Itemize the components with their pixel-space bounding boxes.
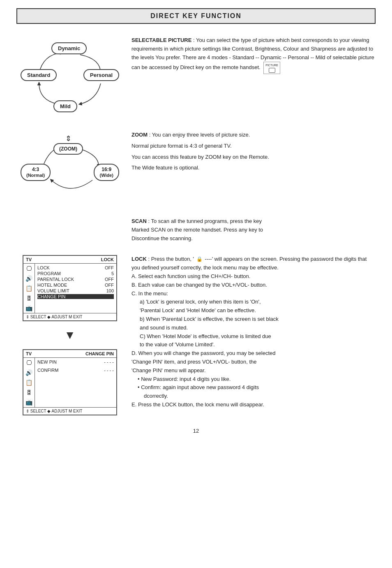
lock-menu-body: 🖵 🔊 📋 🎛 📺 LOCK OFF PROGRAM 5 xyxy=(23,264,116,313)
icon-program2: 📋 xyxy=(25,379,32,386)
icon-adjust: 🎛 xyxy=(26,295,32,301)
lock-menu-rows: LOCK OFF PROGRAM 5 PARENTAL LOCK OFF HOT… xyxy=(35,264,116,313)
node-dynamic: Dynamic xyxy=(51,42,87,54)
lock-point-D-bullet2b: dcorrectly. xyxy=(144,392,376,401)
selectable-picture-text: SELECTABLE PICTURE : You can select the … xyxy=(131,36,376,77)
down-arrow: ▼ xyxy=(64,329,76,342)
zoom-text: ZOOM : You can enjoy three levels of pic… xyxy=(131,131,376,175)
change-pin-header-right: CHANGE PIN xyxy=(85,351,114,356)
zoom-node-left: 4:3(Normal) xyxy=(21,164,51,181)
scan-line2: Marked SCAN on the remote handset. Press… xyxy=(131,226,376,234)
lock-point-Cc-title: C) When 'Hotel Mode' is effective, volum… xyxy=(140,332,376,341)
lock-point-D: D. When you will change the password, yo… xyxy=(131,349,376,358)
icon-volume: 🔊 xyxy=(25,275,32,282)
zoom-section: ⇕ (ZOOM) 4:3(Normal) 16:9(Wide) ZOOM : Y… xyxy=(16,131,376,205)
icon-program: 📋 xyxy=(25,285,32,292)
scan-heading: SCAN xyxy=(131,218,147,224)
pin-row-new-value: - - - - xyxy=(104,359,114,364)
lock-section: TV LOCK 🖵 🔊 📋 🎛 📺 LOCK OFF xyxy=(16,255,376,415)
lock-menu-header-left: TV xyxy=(26,257,32,262)
lock-menu-box: TV LOCK 🖵 🔊 📋 🎛 📺 LOCK OFF xyxy=(23,255,117,321)
scan-line3: Discontinue the scanning. xyxy=(131,234,376,243)
change-pin-menu-icons: 🖵 🔊 📋 🎛 📺 xyxy=(23,358,35,407)
lock-footer-text: ⇕ SELECT ◆ ADJUST M EXIT xyxy=(26,315,82,319)
lock-row-program: PROGRAM 5 xyxy=(37,271,114,276)
lock-icon-inline: 🔒 xyxy=(196,255,203,263)
lock-desc-intro: : Press the button, ' xyxy=(148,256,194,262)
lock-row-lock-label: LOCK xyxy=(37,265,50,270)
selectable-picture-colon: : xyxy=(191,37,196,43)
zoom-node-top: ⇕ (ZOOM) xyxy=(53,134,83,155)
lock-row-volume: VOLUME LIMIT 100 xyxy=(37,288,114,293)
lock-point-D1: 'Change PIN' item, and press VOL+/VOL- b… xyxy=(131,358,376,366)
change-pin-footer: ⇕ SELECT ◆ ADJUST M EXIT xyxy=(23,407,116,415)
scan-line1: To scan all the tunned programs, press t… xyxy=(151,218,262,224)
page-header: DIRECT KEY FUNCTION xyxy=(16,8,376,24)
lock-point-D2: 'Change PIN' menu will appear. xyxy=(131,366,376,375)
lock-row-hotel: HOTEL MODE OFF xyxy=(37,283,114,287)
page-number: 12 xyxy=(16,428,376,434)
picture-cycle-diagram: Dynamic Personal Mild Standard xyxy=(21,36,119,118)
icon-display: 📺 xyxy=(25,305,32,311)
lock-menu-header-right: LOCK xyxy=(101,257,114,262)
zoom-line1: You can enjoy three levels of picture si… xyxy=(152,132,250,138)
node-mild: Mild xyxy=(53,100,77,112)
pin-row-new: NEW PIN - - - - xyxy=(37,359,114,364)
lock-menu-icons: 🖵 🔊 📋 🎛 📺 xyxy=(23,264,35,313)
icon-volume2: 🔊 xyxy=(25,369,32,376)
lock-point-Cb-detail: and sound is muted. xyxy=(140,324,376,332)
zoom-node-right: 16:9(Wide) xyxy=(94,164,119,181)
lock-menu-header: TV LOCK xyxy=(23,256,116,264)
pin-row-confirm-value: - - - - xyxy=(104,368,114,373)
pin-row-confirm-label: CONFIRM xyxy=(37,368,58,373)
lock-point-Ca-detail: 'Parental Lock' and 'Hotel Mode' can be … xyxy=(140,306,376,315)
down-arrow-icon: ▼ xyxy=(64,329,76,342)
lock-point-Cb-title: b) When 'Parental Lock' is effective, th… xyxy=(140,315,376,324)
change-pin-footer-text: ⇕ SELECT ◆ ADJUST M EXIT xyxy=(26,409,82,413)
icon-tv: 🖵 xyxy=(26,265,32,272)
lock-row-hotel-value: OFF xyxy=(105,283,114,287)
scan-section: SCAN : To scan all the tunned programs, … xyxy=(16,217,376,243)
zoom-label: (ZOOM) xyxy=(53,143,83,155)
lock-point-Cc-detail: to the value of 'Volume Limited'. xyxy=(140,341,376,349)
lock-heading: LOCK xyxy=(131,256,147,262)
lock-row-parental-value: OFF xyxy=(105,277,114,282)
pin-row-confirm: CONFIRM - - - - xyxy=(37,368,114,373)
zoom-colon: : xyxy=(149,132,152,138)
lock-menus: TV LOCK 🖵 🔊 📋 🎛 📺 LOCK OFF xyxy=(16,255,123,415)
lock-row-changepin: CHANGE PIN xyxy=(37,294,114,299)
lock-point-E: E. Press the LOCK button, the lock menu … xyxy=(131,401,376,409)
lock-row-hotel-label: HOTEL MODE xyxy=(37,283,67,287)
lock-point-A: A. Select each function using the CH+/CH… xyxy=(131,272,376,281)
lock-row-program-value: 5 xyxy=(111,271,114,276)
lock-point-B: B. Each value can be changed by the VOL+… xyxy=(131,281,376,290)
zoom-line3: You can access this feature by ZOOM key … xyxy=(131,153,376,162)
picture-icon-label: PICTURE xyxy=(265,63,278,67)
zoom-label-right: 16:9(Wide) xyxy=(99,167,113,178)
zoom-line4: The Wide feature is optional. xyxy=(131,164,376,172)
change-pin-menu-box: TV CHANGE PIN 🖵 🔊 📋 🎛 📺 NEW PIN - - - - xyxy=(23,349,117,415)
zoom-diagram-container: ⇕ (ZOOM) 4:3(Normal) 16:9(Wide) xyxy=(16,131,123,205)
page-number-value: 12 xyxy=(193,428,199,434)
lock-row-volume-label: VOLUME LIMIT xyxy=(37,288,69,293)
lock-row-lock: LOCK OFF xyxy=(37,265,114,270)
lock-point-C: C. In the menu: xyxy=(131,290,376,298)
lock-row-parental-label: PARENTAL LOCK xyxy=(37,277,74,282)
pin-row-new-label: NEW PIN xyxy=(37,359,57,364)
zoom-heading: ZOOM xyxy=(131,132,148,138)
lock-row-lock-value: OFF xyxy=(105,265,114,270)
lock-description: LOCK : Press the button, ' 🔒 ----' will … xyxy=(131,255,376,415)
lock-row-parental: PARENTAL LOCK OFF xyxy=(37,277,114,282)
selectable-picture-section: Dynamic Personal Mild Standard SELECTABL… xyxy=(16,36,376,118)
icon-display2: 📺 xyxy=(25,399,32,406)
change-pin-menu-header: TV CHANGE PIN xyxy=(23,350,116,358)
page-title: DIRECT KEY FUNCTION xyxy=(17,12,375,20)
icon-adjust2: 🎛 xyxy=(26,389,32,396)
zoom-line2: Normal picture format is 4:3 of general … xyxy=(131,142,376,151)
lock-row-program-label: PROGRAM xyxy=(37,271,61,276)
zoom-diagram: ⇕ (ZOOM) 4:3(Normal) 16:9(Wide) xyxy=(21,131,119,205)
change-pin-header-left: TV xyxy=(26,351,32,356)
picture-icon-shape xyxy=(269,68,275,73)
node-personal: Personal xyxy=(83,69,119,81)
picture-diagram: Dynamic Personal Mild Standard xyxy=(16,36,123,118)
